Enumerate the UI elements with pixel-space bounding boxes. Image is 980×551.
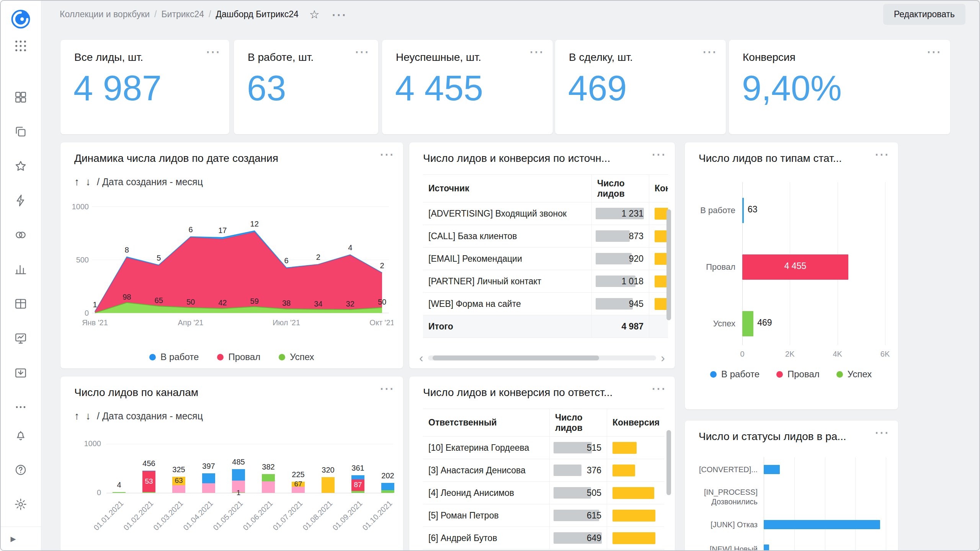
table-total-row: Итого4 987 xyxy=(423,315,668,338)
bar[interactable] xyxy=(742,198,744,223)
sidebar-nav xyxy=(12,89,29,416)
axis-tick-label: 4K xyxy=(833,350,842,359)
legend-item[interactable]: В работе xyxy=(710,369,760,380)
stacked-bar[interactable] xyxy=(322,477,335,493)
bar-segment xyxy=(262,474,275,481)
datalens-logo-graphic xyxy=(10,8,31,30)
sidebar-item-dashboards[interactable] xyxy=(12,89,29,106)
stacked-bar[interactable] xyxy=(381,483,394,493)
sort-desc-icon[interactable]: ↓ xyxy=(86,176,91,188)
bar[interactable] xyxy=(764,520,880,529)
vertical-scrollbar[interactable] xyxy=(666,430,671,495)
dynamics-area-chart: 10005000185617126242986550425938343250Ян… xyxy=(68,191,394,336)
category-label: Успех xyxy=(696,319,742,329)
legend-item[interactable]: Провал xyxy=(776,369,820,380)
sidebar-item-more[interactable] xyxy=(12,399,29,416)
stacked-bar[interactable] xyxy=(262,474,275,493)
sidebar-item-settings-gear[interactable] xyxy=(12,496,29,513)
cell-leads: 515 xyxy=(549,437,607,459)
tables-icon xyxy=(14,297,27,310)
breadcrumb-item[interactable]: Дашборд Битрикс24 xyxy=(216,9,298,20)
sidebar-item-collections[interactable] xyxy=(12,123,29,140)
scroll-left-icon[interactable]: ‹ xyxy=(419,352,423,364)
scroll-right-icon[interactable]: › xyxy=(661,352,665,364)
header-menu-dots-icon[interactable]: ⋯ xyxy=(331,10,346,19)
card-menu-dots-icon[interactable]: ⋯ xyxy=(206,44,220,59)
stacked-bar[interactable] xyxy=(202,473,215,493)
legend-dot-icon xyxy=(217,354,224,360)
datalens-logo-icon[interactable] xyxy=(10,8,31,30)
vertical-scrollbar[interactable] xyxy=(666,209,671,320)
bar[interactable] xyxy=(742,311,753,336)
breadcrumb-item[interactable]: Коллекции и воркбуки xyxy=(60,9,150,20)
card-menu-dots-icon[interactable]: ⋯ xyxy=(651,147,666,161)
sidebar-item-storage[interactable] xyxy=(12,364,29,381)
stacked-bar[interactable] xyxy=(113,492,126,493)
category-label: [JUNK] Отказ xyxy=(695,520,764,530)
category-label: [IN_PROCESS] Дозвонились xyxy=(695,487,764,507)
legend-item[interactable]: В работе xyxy=(149,352,199,362)
conversion-bar xyxy=(612,442,637,454)
card-menu-dots-icon[interactable]: ⋯ xyxy=(354,44,369,59)
sidebar-item-help[interactable] xyxy=(12,461,29,478)
card-menu-dots-icon[interactable]: ⋯ xyxy=(379,381,394,396)
sidebar-item-editor[interactable] xyxy=(12,330,29,347)
sidebar-item-notifications-bell[interactable] xyxy=(12,427,29,444)
sidebar-item-connections[interactable] xyxy=(12,192,29,209)
sidebar-item-charts[interactable] xyxy=(12,261,29,278)
bar[interactable] xyxy=(764,544,769,551)
conversion-bar xyxy=(612,510,655,522)
dimension-label: / Дата создания - месяц xyxy=(97,176,203,187)
status-types-bar-chart: В работе63Провал4 455Успех46902K4K6K xyxy=(696,182,888,362)
column-header: Конверсия xyxy=(649,175,668,202)
sort-asc-icon[interactable]: ↑ xyxy=(74,410,80,422)
card-menu-dots-icon[interactable]: ⋯ xyxy=(702,44,717,59)
edit-button[interactable]: Редактировать xyxy=(883,4,965,25)
card-menu-dots-icon[interactable]: ⋯ xyxy=(379,147,394,161)
dimension-label: / Дата создания - месяц xyxy=(97,411,203,422)
cell-conversion xyxy=(649,202,668,225)
svg-text:8: 8 xyxy=(125,246,129,254)
table-header-row: ОтветственныйЧисло лидовКонверсия xyxy=(423,409,664,437)
cell-conversion xyxy=(607,527,664,549)
apps-grid-icon[interactable] xyxy=(12,37,29,54)
sidebar: ▸ xyxy=(0,0,41,551)
cell-name: [3] Анастасия Денисова xyxy=(423,459,549,481)
bar-row: [CONVERTED]... xyxy=(695,457,888,482)
sidebar-item-datasets[interactable] xyxy=(12,227,29,243)
horizontal-scrollbar: ‹ › xyxy=(419,352,665,363)
sidebar-collapse-button[interactable]: ▸ xyxy=(0,527,41,551)
legend-item[interactable]: Провал xyxy=(217,352,260,362)
gridline xyxy=(106,444,393,444)
kpi-title: Конверсия xyxy=(743,51,795,64)
sidebar-item-favorites[interactable] xyxy=(12,158,29,174)
bar-segment xyxy=(202,483,215,493)
card-menu-dots-icon[interactable]: ⋯ xyxy=(874,147,889,161)
total-value: 4 987 xyxy=(591,315,649,337)
chart-legend: В работеПровалУспех xyxy=(60,352,403,362)
legend-item[interactable]: Успех xyxy=(279,352,314,362)
legend-item[interactable]: Успех xyxy=(836,369,872,380)
sources-table: ИсточникЧисло лидовКонверсия[ADVERTISING… xyxy=(423,174,668,338)
card-menu-dots-icon[interactable]: ⋯ xyxy=(651,381,666,396)
conversion-bar xyxy=(612,532,655,544)
favorite-star-icon[interactable]: ☆ xyxy=(309,8,320,21)
leads-value: 945 xyxy=(629,299,644,309)
card-menu-dots-icon[interactable]: ⋯ xyxy=(529,44,544,59)
kpi-value: 469 xyxy=(568,68,627,108)
bar[interactable] xyxy=(764,465,780,474)
chart-controls: ↑ ↓ / Дата создания - месяц xyxy=(74,410,203,422)
scrollbar-track[interactable] xyxy=(428,355,657,360)
editor-icon xyxy=(14,332,27,345)
legend-dot-icon xyxy=(149,354,156,360)
connections-icon xyxy=(14,194,27,207)
scrollbar-thumb[interactable] xyxy=(433,355,599,360)
sort-desc-icon[interactable]: ↓ xyxy=(86,410,91,422)
conversion-bar xyxy=(655,230,668,242)
sidebar-item-tables[interactable] xyxy=(12,295,29,312)
sort-asc-icon[interactable]: ↑ xyxy=(74,176,80,188)
card-menu-dots-icon[interactable]: ⋯ xyxy=(926,44,941,59)
widget-title: Динамика числа лидов по дате создания xyxy=(74,152,278,165)
card-menu-dots-icon[interactable]: ⋯ xyxy=(874,425,889,440)
breadcrumb-item[interactable]: Битрикс24 xyxy=(161,9,204,20)
